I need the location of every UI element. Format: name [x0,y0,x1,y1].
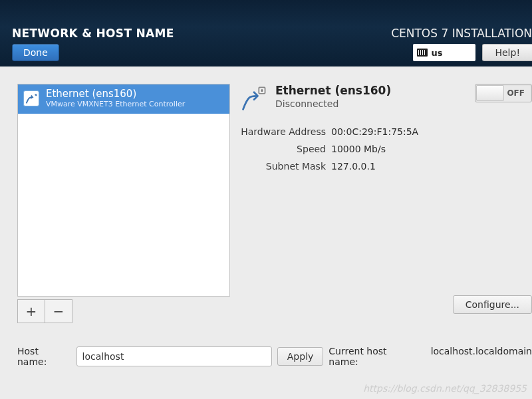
keyboard-layout-selector[interactable]: us [413,44,475,61]
details-status: Disconnected [275,98,391,109]
subnet-value: 127.0.0.1 [331,161,376,172]
network-details: Ethernet (ens160) Disconnected OFF Hardw… [239,84,532,323]
details-properties: Hardware Address 00:0C:29:F1:75:5A Speed… [239,126,523,172]
connection-toggle[interactable]: OFF [475,84,532,102]
done-button[interactable]: Done [12,44,59,61]
add-network-button[interactable]: + [17,299,45,323]
prop-row-subnet: Subnet Mask 127.0.0.1 [239,161,523,172]
network-list-item[interactable]: Ethernet (ens160) VMware VMXNET3 Etherne… [18,84,229,114]
toggle-label: OFF [507,88,531,98]
svg-rect-1 [261,89,263,92]
configure-button[interactable]: Configure... [453,295,532,314]
current-hostname-label: Current host name: [329,346,418,367]
ethernet-small-icon [23,90,39,106]
subnet-label: Subnet Mask [239,161,326,172]
current-hostname: Current host name: localhost.localdomain [329,346,532,367]
network-list[interactable]: Ethernet (ens160) VMware VMXNET3 Etherne… [17,84,230,297]
network-item-sublabel: VMware VMXNET3 Ethernet Controller [46,100,185,108]
installer-title: CENTOS 7 INSTALLATION [391,27,532,40]
apply-hostname-button[interactable]: Apply [277,347,324,366]
hostname-input[interactable] [76,346,272,366]
help-button[interactable]: Help! [482,44,532,61]
prop-row-hwaddr: Hardware Address 00:0C:29:F1:75:5A [239,126,523,137]
keyboard-layout-label: us [431,48,442,58]
top-banner: NETWORK & HOST NAME CENTOS 7 INSTALLATIO… [0,0,532,66]
list-buttons: + − [17,299,230,323]
network-list-panel: Ethernet (ens160) VMware VMXNET3 Etherne… [17,84,230,323]
hostname-label: Host name: [17,346,71,367]
ethernet-icon [239,84,269,113]
keyboard-icon [417,49,428,57]
hostname-row: Host name: Apply Current host name: loca… [17,346,532,367]
top-right-group: us Help! [413,44,532,61]
prop-row-speed: Speed 10000 Mb/s [239,144,523,154]
speed-label: Speed [239,144,326,154]
details-title: Ethernet (ens160) [275,84,391,97]
current-hostname-value: localhost.localdomain [431,346,532,367]
hwaddr-value: 00:0C:29:F1:75:5A [331,126,418,137]
remove-network-button[interactable]: − [45,299,72,323]
network-item-label: Ethernet (ens160) [46,88,185,100]
toggle-knob [476,85,504,101]
speed-value: 10000 Mb/s [331,144,386,154]
content: Ethernet (ens160) VMware VMXNET3 Etherne… [0,66,532,323]
watermark-text: https://blog.csdn.net/qq_32838955 [363,383,527,394]
hwaddr-label: Hardware Address [239,126,326,137]
body: Ethernet (ens160) VMware VMXNET3 Etherne… [0,66,532,399]
